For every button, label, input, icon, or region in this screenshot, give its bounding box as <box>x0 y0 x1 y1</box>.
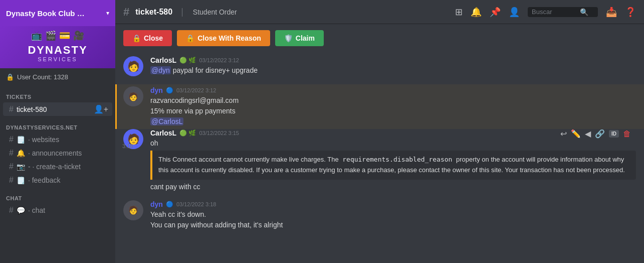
banner-icon-3: 💳 <box>59 30 70 41</box>
message-author-3: CarlosL <box>150 129 176 137</box>
channel-list: TICKETS # ticket-580 👤+ DYNASTYSERVICES.… <box>0 86 115 263</box>
hash-icon: # <box>9 135 14 144</box>
feedback-icon: 🗒️ <box>17 176 25 184</box>
user-count-label: User Count: 1328 <box>17 73 68 81</box>
message-author-2: dyn <box>150 86 163 94</box>
chat-section-header: CHAT <box>0 187 115 203</box>
channel-item-chat[interactable]: # 💬 · chat <box>3 204 112 217</box>
message-text-3b: cant pay with cc <box>150 182 636 192</box>
author-badge-1: 🟢 🌿 <box>179 57 196 64</box>
message-group-2: 🧑 dyn 🔵 03/12/2022 3:12 razvancodingsrl@… <box>115 84 644 129</box>
message-text-1: @dyn paypal for disney+ upgrade <box>150 65 636 76</box>
chevron-down-icon: ▾ <box>106 10 109 17</box>
pin-icon[interactable]: 📌 <box>490 7 501 18</box>
channel-item-create-a-ticket[interactable]: # 📷 - · create-a-ticket <box>3 160 112 173</box>
avatar-dyn-2: 🧑 <box>123 200 143 220</box>
tickets-section-header: TICKETS <box>0 86 115 102</box>
avatar-carlosl-1: 🧑 <box>123 56 143 76</box>
help-icon[interactable]: ❓ <box>625 7 636 18</box>
message-content-1: CarlosL 🟢 🌿 03/12/2022 3:12 @dyn paypal … <box>150 56 636 76</box>
link-icon[interactable]: 🔗 <box>595 129 605 139</box>
close-reason-label: Close With Reason <box>197 34 261 42</box>
message-group-1: 🧑 CarlosL 🟢 🌿 03/12/2022 3:12 @dyn paypa… <box>123 56 636 76</box>
channel-header-name: ticket-580 <box>135 8 172 17</box>
search-icon: 🔍 <box>580 8 588 16</box>
channel-name-announcements: · announcements <box>28 149 108 157</box>
mention-carlosl: @CarlosL <box>150 117 183 125</box>
user-count: 🔒 User Count: 1328 <box>0 68 115 86</box>
announcements-icon: 🔔 <box>17 149 25 157</box>
message-timestamp-3: 03/12/2022 3:15 <box>199 130 239 136</box>
code-snippet: requirements.disabled_reason <box>340 155 454 164</box>
close-button[interactable]: 🔒 Close <box>123 30 172 46</box>
server-subtitle: SERVICES <box>38 56 77 62</box>
members-icon[interactable]: 👤 <box>509 7 520 18</box>
message-text-3a: oh <box>150 138 636 149</box>
message-timestamp-1: 03/12/2022 3:12 <box>199 57 239 63</box>
hash-icon: # <box>9 206 14 215</box>
banner-icon-1: 📺 <box>31 30 42 41</box>
error-block: This Connect account cannot currently ma… <box>150 151 636 180</box>
channel-name-ticket-580: ticket-580 <box>17 105 94 113</box>
avatar-dyn-1: 🧑 <box>123 86 143 106</box>
hash-icon: # <box>9 176 14 185</box>
add-member-icon[interactable]: 👤+ <box>94 104 108 114</box>
channel-item-announcements[interactable]: # 🔔 · announcements <box>3 147 112 160</box>
channel-topic: Student Order <box>193 8 237 16</box>
channel-hash-icon: # <box>123 6 129 19</box>
message-author-1: CarlosL <box>150 56 176 64</box>
channel-name-feedback: · feedback <box>28 176 108 184</box>
mention-dyn: @dyn <box>150 66 171 74</box>
banner-icon-2: 🎬 <box>45 30 56 41</box>
server-banner: 📺 🎬 💳 🎥 DYNASTY SERVICES <box>0 26 115 68</box>
hash-icon: # <box>9 105 14 114</box>
message-header-4: dyn 🔵 03/12/2022 3:18 <box>150 200 636 208</box>
message-group-3: 🧑 CarlosL 🟢 🌿 03/12/2022 3:15 oh This Co… <box>123 129 636 192</box>
edit-icon[interactable]: ✏️ <box>571 129 581 139</box>
claim-label: Claim <box>296 34 315 42</box>
message-text-2a: razvancodingsrl@gmail.com <box>150 95 636 106</box>
main-panel: # ticket-580 │ Student Order ⊞ 🔔 📌 👤 🔍 📥… <box>115 0 644 263</box>
create-ticket-icon: 📷 <box>17 163 25 171</box>
shield-icon: 🛡️ <box>284 34 293 42</box>
server-header[interactable]: Dynasty Book Club O... ▾ <box>0 0 115 26</box>
message-text-4b: You can pay without adding that, it's al… <box>150 220 636 230</box>
action-buttons: 🔒 Close 🔒 Close With Reason 🛡️ Claim <box>115 24 644 52</box>
inbox-icon[interactable]: 📥 <box>606 7 617 18</box>
notifications-icon[interactable]: 🔔 <box>471 7 482 18</box>
hash-icon: # <box>9 149 14 158</box>
message-text-2b: 15% more via pp payments <box>150 106 636 116</box>
dynastyservices-section-header: DYNASTYSERVICES.NET <box>0 116 115 133</box>
time-marker: 3:18 <box>122 143 133 149</box>
hash-icon: # <box>9 162 14 171</box>
search-input[interactable] <box>532 8 577 16</box>
message-timestamp-4: 03/12/2022 3:18 <box>176 201 217 207</box>
pin-message-icon[interactable]: ◀ <box>585 129 591 139</box>
id-badge[interactable]: ID <box>609 130 619 138</box>
channel-item-websites[interactable]: # 🗒️ · websites <box>3 133 112 146</box>
message-actions-3: ↩ ✏️ ◀ 🔗 ID 🗑 <box>560 129 631 139</box>
close-with-reason-button[interactable]: 🔒 Close With Reason <box>177 30 270 46</box>
reply-icon[interactable]: ↩ <box>560 129 567 139</box>
header-icons: ⊞ 🔔 📌 👤 🔍 📥 ❓ <box>455 7 636 18</box>
search-bar[interactable]: 🔍 <box>528 7 598 17</box>
message-content-2: dyn 🔵 03/12/2022 3:12 razvancodingsrl@gm… <box>150 86 636 127</box>
channel-item-feedback[interactable]: # 🗒️ · feedback <box>3 174 112 187</box>
banner-icons: 📺 🎬 💳 🎥 <box>31 30 84 41</box>
channel-name-websites: · websites <box>28 136 108 144</box>
channel-item-ticket-580[interactable]: # ticket-580 👤+ <box>3 102 112 116</box>
delete-icon[interactable]: 🗑 <box>623 129 631 139</box>
message-header-1: CarlosL 🟢 🌿 03/12/2022 3:12 <box>150 56 636 64</box>
server-title: DYNASTY <box>28 44 87 56</box>
header-divider: │ <box>180 8 185 16</box>
channel-name-chat: · chat <box>28 206 108 214</box>
hashtag-channels-icon[interactable]: ⊞ <box>455 7 463 18</box>
lock-icon: 🔒 <box>132 34 141 42</box>
lock-icon: 🔒 <box>6 73 14 81</box>
claim-button[interactable]: 🛡️ Claim <box>275 30 324 46</box>
channel-name-create-a-ticket: - · create-a-ticket <box>28 163 108 171</box>
message-content-4: dyn 🔵 03/12/2022 3:18 Yeah cc it's down.… <box>150 200 636 230</box>
websites-icon: 🗒️ <box>17 136 25 144</box>
message-timestamp-2: 03/12/2022 3:12 <box>176 87 217 93</box>
message-header-2: dyn 🔵 03/12/2022 3:12 <box>150 86 636 94</box>
